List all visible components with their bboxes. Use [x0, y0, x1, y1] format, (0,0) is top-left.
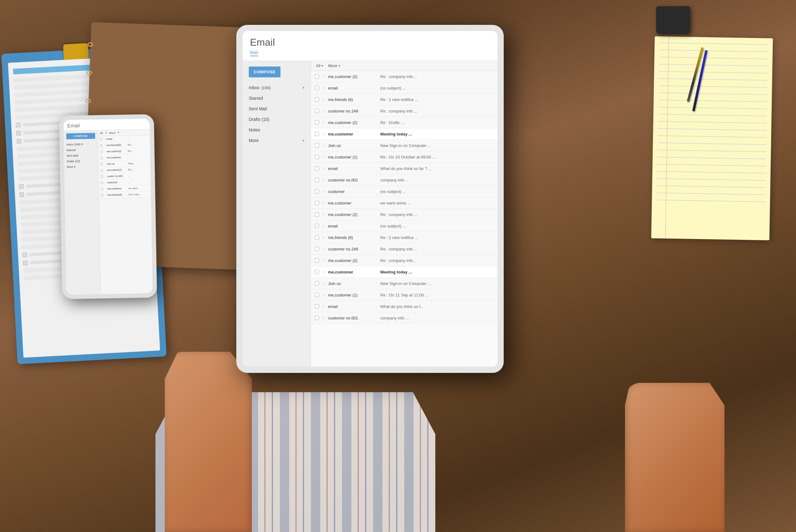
phone-sidebar-inbox[interactable]: Inbox (169) ▾: [64, 141, 98, 148]
sidebar-item-starred[interactable]: Starred: [242, 93, 311, 103]
star-icon[interactable]: ☆: [321, 166, 326, 171]
star-icon[interactable]: ☆: [321, 281, 326, 286]
star-icon[interactable]: ☆: [321, 224, 326, 228]
star-icon[interactable]: ☆: [321, 131, 326, 136]
phone-mail-checkbox[interactable]: [100, 169, 103, 172]
phone-star-icon[interactable]: ☆: [104, 169, 106, 172]
star-icon[interactable]: ☆: [321, 154, 326, 159]
phone-star-icon[interactable]: ☆: [104, 163, 106, 165]
compose-button[interactable]: COMPOSE: [249, 66, 280, 77]
mail-checkbox[interactable]: [315, 235, 319, 240]
mail-checkbox[interactable]: [315, 109, 319, 113]
mail-checkbox[interactable]: [315, 270, 319, 274]
mail-checkbox[interactable]: [315, 258, 319, 263]
star-icon[interactable]: ☆: [321, 304, 326, 309]
star-icon[interactable]: ☆: [321, 316, 326, 320]
mail-checkbox[interactable]: [315, 155, 319, 159]
phone-mail-checkbox[interactable]: [101, 182, 103, 184]
phone-sidebar-drafts[interactable]: Drafts (10): [64, 158, 98, 165]
mail-item[interactable]: ☆ email What do you think so f...: [311, 301, 498, 312]
sidebar-item-notes[interactable]: Notes: [242, 125, 311, 135]
phone-mail-checkbox[interactable]: [101, 188, 103, 190]
star-icon[interactable]: ☆: [321, 86, 326, 91]
mail-checkbox[interactable]: [315, 316, 319, 320]
phone-sidebar-sent[interactable]: Sent Mail: [64, 153, 98, 159]
star-icon[interactable]: ☆: [321, 292, 326, 298]
star-icon[interactable]: ☆: [321, 212, 326, 217]
mail-item[interactable]: ☆ me,customer (2) Re : company info ...: [311, 209, 498, 220]
phone-mail-checkbox[interactable]: [100, 157, 103, 159]
phone-mail-checkbox[interactable]: [100, 144, 102, 147]
mail-checkbox[interactable]: [315, 143, 319, 148]
phone-sidebar-starred[interactable]: Starred: [64, 147, 98, 153]
phone-star-icon[interactable]: ☆: [104, 175, 106, 178]
mail-checkbox[interactable]: [315, 166, 319, 171]
mail-checkbox[interactable]: [315, 293, 319, 297]
mail-item[interactable]: ☆ me,friends (6) Re : 2 new notifica ...: [311, 232, 498, 243]
mail-item[interactable]: ☆ email What do you think so far ? ...: [311, 163, 498, 174]
phone-all-filter[interactable]: All: [100, 131, 103, 135]
mail-checkbox[interactable]: [315, 304, 319, 308]
mail-checkbox[interactable]: [315, 86, 319, 90]
mail-item[interactable]: ☆ me,customer Meeting today ...: [311, 128, 498, 140]
mail-item[interactable]: ☆ me,customer (1) Re : On 23 October at …: [311, 151, 498, 163]
mail-item[interactable]: ☆ customer (no subject) ...: [311, 186, 498, 197]
mail-checkbox[interactable]: [315, 189, 319, 194]
phone-star-icon[interactable]: ☆: [104, 156, 106, 159]
phone-compose-button[interactable]: COMPOSE: [66, 133, 95, 139]
mail-checkbox[interactable]: [315, 74, 319, 79]
star-icon[interactable]: ☆: [321, 189, 326, 194]
mail-item[interactable]: ☆ email (no subject) ...: [311, 82, 498, 94]
phone-star-icon[interactable]: ☆: [104, 187, 106, 190]
mail-nav-label[interactable]: Mail: [250, 50, 258, 56]
star-icon[interactable]: ☆: [321, 177, 326, 183]
mail-checkbox[interactable]: [315, 212, 319, 216]
star-icon[interactable]: ☆: [321, 143, 326, 148]
mail-checkbox[interactable]: [315, 224, 319, 228]
mail-item[interactable]: ☆ customer no.249 Re : company info ...: [311, 105, 498, 117]
phone-sidebar-more[interactable]: More ▾: [64, 164, 98, 170]
mail-item[interactable]: ☆ email (no subject) ...: [311, 220, 498, 232]
sidebar-item-sent[interactable]: Sent Mail: [242, 103, 311, 114]
star-icon[interactable]: ☆: [321, 269, 326, 274]
mail-checkbox[interactable]: [315, 178, 319, 182]
star-icon[interactable]: ☆: [321, 109, 326, 113]
mail-checkbox[interactable]: [315, 247, 319, 251]
phone-mail-checkbox[interactable]: [101, 194, 103, 196]
phone-mail-checkbox[interactable]: [100, 163, 103, 165]
mail-item[interactable]: ☆ Join us New Sign-in on Computer ...: [311, 278, 498, 289]
phone-star-icon[interactable]: ☆: [103, 138, 106, 140]
star-icon[interactable]: ☆: [321, 258, 326, 263]
star-icon[interactable]: ☆: [321, 74, 326, 79]
sidebar-item-inbox[interactable]: Inbox (169) ▾: [242, 82, 311, 93]
mail-item[interactable]: ☆ me,customer (1) Re : On 11 Sep at 11:0…: [311, 289, 498, 301]
mail-checkbox[interactable]: [315, 97, 319, 101]
phone-star-icon[interactable]: ☆: [104, 181, 106, 184]
phone-mail-item[interactable]: ☆ me,friends(6) Re:2 new...: [99, 191, 151, 198]
mail-checkbox[interactable]: [315, 120, 319, 125]
star-icon[interactable]: ☆: [321, 235, 326, 240]
star-icon[interactable]: ☆: [321, 246, 326, 251]
sidebar-item-more[interactable]: More ▾: [242, 135, 311, 146]
mail-checkbox[interactable]: [315, 201, 319, 205]
sidebar-item-drafts[interactable]: Drafts (10): [242, 114, 311, 125]
phone-mail-checkbox[interactable]: [100, 175, 103, 178]
mail-checkbox[interactable]: [315, 132, 319, 136]
mail-item[interactable]: ☆ customer no.001 company info ...: [311, 312, 498, 324]
mail-item[interactable]: ☆ me,customer we want some ...: [311, 197, 498, 209]
mail-item[interactable]: ☆ me,customer (2) Re : company info ...: [311, 71, 498, 82]
phone-mail-checkbox[interactable]: [100, 150, 103, 153]
mail-checkbox[interactable]: [315, 281, 319, 286]
mail-item[interactable]: ☆ customer no.249 Re : company info ...: [311, 243, 498, 255]
mail-item[interactable]: ☆ Join us New Sign-in on Computer ...: [311, 140, 498, 151]
phone-more-filter[interactable]: More: [109, 131, 116, 135]
star-icon[interactable]: ☆: [321, 97, 326, 102]
mail-item[interactable]: ☆ me,customer (2) Re : company info ...: [311, 255, 498, 266]
phone-star-icon[interactable]: ☆: [104, 194, 106, 196]
star-icon[interactable]: ☆: [321, 120, 326, 125]
star-icon[interactable]: ☆: [321, 201, 326, 205]
all-filter[interactable]: All ▾: [316, 63, 323, 68]
mail-item[interactable]: ☆ customer no.001 company info ...: [311, 174, 498, 186]
phone-star-icon[interactable]: ☆: [104, 150, 106, 153]
mail-item[interactable]: ☆ me,customer (2) Re : Drafts ...: [311, 117, 498, 128]
